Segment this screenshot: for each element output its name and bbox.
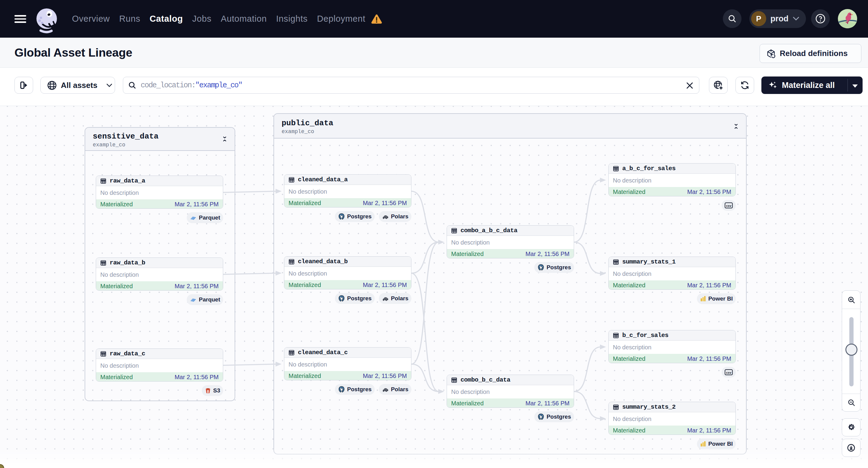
svg-text:csv: csv — [726, 204, 732, 208]
svg-text:csv: csv — [726, 371, 732, 374]
